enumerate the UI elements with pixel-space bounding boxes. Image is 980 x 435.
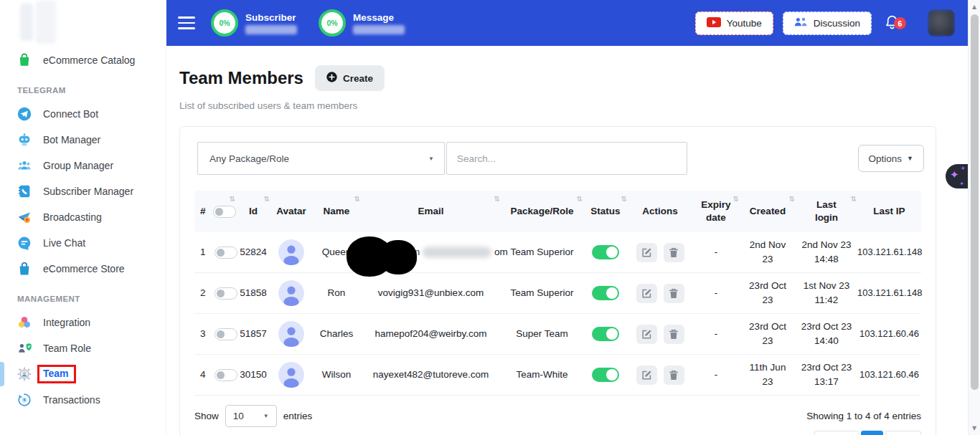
package-role-select[interactable]: Any Package/Role ▼	[197, 142, 445, 175]
topbar-stats: 0%Subscriber0%Message	[211, 9, 405, 37]
discussion-button[interactable]: Discussion	[783, 11, 872, 35]
column-header-email[interactable]: Email⇅	[361, 191, 501, 232]
options-button[interactable]: Options ▼	[858, 145, 924, 172]
column-header-label: Name	[324, 205, 350, 218]
sidebar-item-ecommerce-store[interactable]: eCommerce Store	[0, 256, 166, 282]
column-header-id[interactable]: Id⇅	[236, 191, 270, 232]
sidebar-item-group-manager[interactable]: Group Manager	[0, 153, 166, 178]
column-header-package-role[interactable]: Package/Role⇅	[501, 191, 583, 232]
search-input[interactable]	[446, 142, 687, 175]
sidebar-item-ecommerce-catalog[interactable]: eCommerce Catalog	[0, 47, 166, 73]
sort-icon: ⇅	[851, 194, 857, 204]
stat-subscriber: 0%Subscriber	[211, 9, 297, 37]
row-select-toggle[interactable]	[215, 247, 237, 259]
created-date: 23rd Oct 23	[740, 320, 796, 348]
expiry-date: -	[692, 327, 740, 341]
team-members-card: Any Package/Role ▼ Options ▼ #⇅Id⇅Avatar…	[179, 126, 936, 435]
logo-blurred-shape	[20, 4, 33, 41]
page-size-select[interactable]: 10 ▼	[225, 405, 277, 427]
sidebar-item-team-role[interactable]: Team Role	[0, 335, 166, 361]
pagination-next-button[interactable]	[885, 431, 921, 435]
create-button-label: Create	[343, 73, 373, 84]
sidebar-item-connect-bot[interactable]: Connect Bot	[0, 101, 166, 127]
page-title: Team Members	[179, 68, 303, 88]
sidebar-item-label: Broadcasting	[43, 211, 102, 223]
edit-button[interactable]	[636, 365, 657, 385]
row-select-toggle[interactable]	[215, 328, 237, 340]
row-select-toggle[interactable]	[215, 287, 237, 300]
shopping-bag-icon	[17, 53, 32, 67]
member-id: 51858	[236, 286, 270, 300]
ai-assistant-button[interactable]: ✦ ✦ ✦	[946, 164, 968, 188]
person-avatar-icon	[278, 239, 304, 265]
status-cell	[583, 327, 628, 341]
user-avatar[interactable]	[928, 9, 955, 37]
column-header-last-login[interactable]: Last login⇅	[796, 191, 857, 232]
sidebar-item-transactions[interactable]: Transactions	[0, 387, 166, 413]
member-email: nayexet482@tutoreve.com	[361, 368, 501, 382]
column-header-status[interactable]: Status⇅	[583, 191, 628, 232]
table-row: 251858Ronvovigig931@unbiex.comTeam Super…	[194, 273, 921, 314]
member-email: vovigig931@unbiex.com	[361, 286, 501, 300]
sidebar-item-bot-manager[interactable]: Bot Manager	[0, 127, 166, 153]
email-blurred-smear	[423, 247, 491, 258]
column-header-[interactable]: #⇅	[194, 191, 236, 232]
scroll-down-arrow[interactable]: ▼	[969, 425, 980, 431]
member-avatar-cell	[270, 239, 312, 265]
pagination-previous-button[interactable]	[814, 431, 859, 435]
column-header-name[interactable]: Name⇅	[312, 191, 361, 232]
column-header-label: Email	[418, 205, 443, 218]
sidebar-item-label: Bot Manager	[43, 134, 100, 145]
sidebar-item-subscriber-manager[interactable]: Subscriber Manager	[0, 178, 166, 204]
column-header-created[interactable]: Created⇅	[740, 191, 796, 232]
vertical-scrollbar[interactable]: ▲ ▼	[968, 0, 980, 435]
delete-button[interactable]	[664, 365, 684, 385]
last-ip: 103.121.61.148	[857, 287, 922, 300]
create-button[interactable]: Create	[315, 65, 385, 91]
table-footer: Show 10 ▼ entries Showing 1 to 4 of 4 en…	[180, 396, 936, 427]
edit-button[interactable]	[636, 325, 657, 344]
last-login: 23rd Oct 23 14:40	[796, 320, 857, 348]
member-name: Wilson	[312, 368, 361, 382]
team-gear-icon	[17, 367, 32, 381]
status-toggle[interactable]	[592, 286, 619, 300]
expiry-date: -	[692, 286, 740, 300]
pagination-page-button[interactable]	[861, 431, 883, 435]
sidebar-item-broadcasting[interactable]: Broadcasting	[0, 204, 166, 230]
edit-button[interactable]	[636, 284, 657, 303]
member-id: 51857	[236, 327, 270, 341]
column-header-avatar: Avatar	[270, 191, 312, 232]
scrollbar-thumb[interactable]	[971, 14, 979, 390]
notifications-button[interactable]: 6	[883, 9, 912, 37]
stat-value-blurred	[353, 25, 405, 34]
status-cell	[583, 286, 628, 300]
status-cell	[583, 368, 628, 382]
progress-ring: 0%	[211, 9, 238, 37]
sidebar-item-live-chat[interactable]: Live Chat	[0, 230, 166, 256]
last-ip: 103.121.60.46	[857, 328, 921, 341]
status-toggle[interactable]	[592, 327, 619, 341]
status-toggle[interactable]	[592, 245, 619, 259]
stat-label: Message	[353, 12, 405, 23]
status-toggle[interactable]	[592, 368, 619, 382]
menu-toggle-icon[interactable]	[178, 16, 195, 29]
team-table: #⇅Id⇅AvatarName⇅Email⇅Package/Role⇅Statu…	[194, 191, 921, 396]
row-select-toggle[interactable]	[215, 369, 237, 381]
team-role-icon	[17, 341, 32, 355]
column-header-label: Avatar	[276, 205, 306, 218]
row-number-cell: 3	[194, 327, 236, 341]
youtube-button[interactable]: Youtube	[695, 11, 773, 35]
edit-button[interactable]	[636, 243, 657, 262]
delete-button[interactable]	[664, 284, 684, 303]
expiry-date: -	[692, 368, 740, 382]
sort-icon: ⇅	[577, 194, 583, 204]
delete-button[interactable]	[664, 325, 684, 344]
delete-button[interactable]	[664, 243, 684, 262]
sidebar-item-label: Subscriber Manager	[43, 186, 133, 197]
sidebar-item-integration[interactable]: Integration	[0, 310, 166, 335]
sidebar-item-label: Group Manager	[43, 160, 113, 171]
select-all-toggle[interactable]	[213, 206, 236, 218]
scroll-up-arrow[interactable]: ▲	[969, 4, 980, 10]
sidebar-item-team[interactable]: Team	[0, 361, 166, 387]
column-header-expiry-date[interactable]: Expiry date⇅	[692, 191, 740, 232]
